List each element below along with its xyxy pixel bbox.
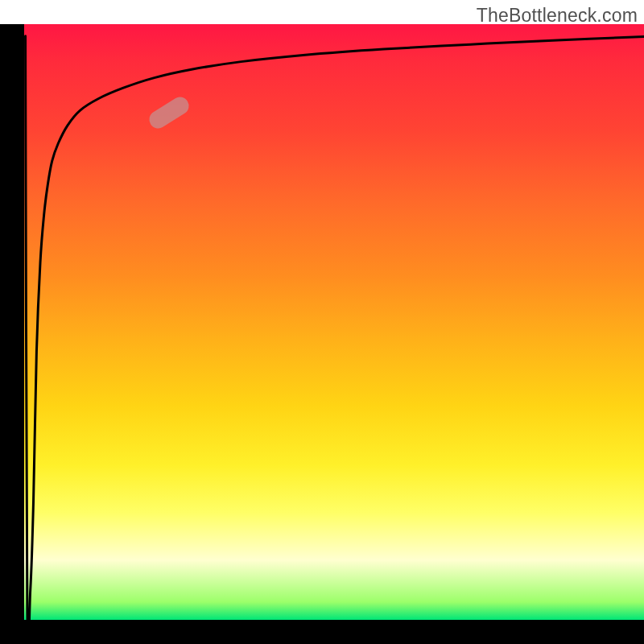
highlight-marker [146,93,192,131]
watermark-text: TheBottleneck.com [477,5,638,27]
y-axis-bar [0,24,24,620]
curve-layer [24,24,644,620]
bottleneck-curve [26,36,644,644]
chart-canvas: TheBottleneck.com [0,0,644,644]
x-axis-bar [0,620,644,644]
svg-rect-0 [146,93,192,131]
